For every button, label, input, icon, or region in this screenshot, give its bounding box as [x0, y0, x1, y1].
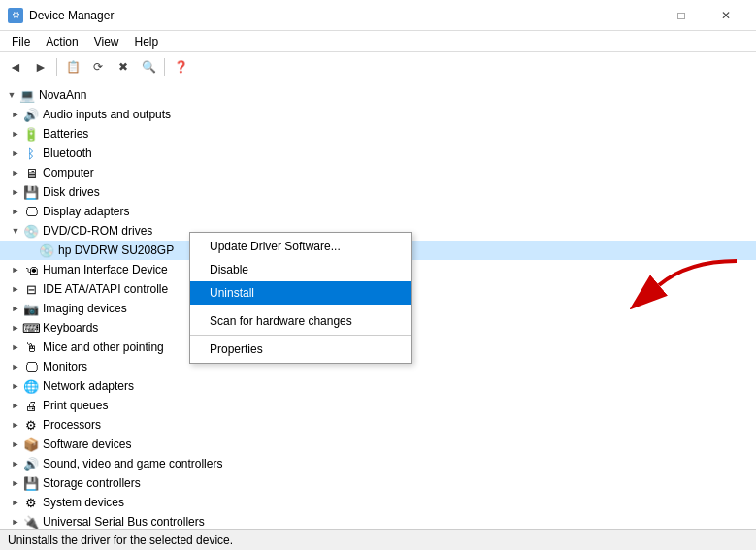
- expand-hid[interactable]: ►: [8, 262, 23, 277]
- toolbar-forward[interactable]: ►: [29, 56, 52, 78]
- expand-storage[interactable]: ►: [8, 475, 23, 491]
- menu-view[interactable]: View: [86, 33, 127, 50]
- expand-usb[interactable]: ►: [8, 514, 23, 529]
- label-computer: Computer: [43, 166, 94, 179]
- label-audio: Audio inputs and outputs: [43, 108, 171, 121]
- tree-batteries[interactable]: ► 🔋 Batteries: [0, 124, 756, 144]
- tree-software[interactable]: ► 📦 Software devices: [0, 435, 756, 454]
- menu-help[interactable]: Help: [127, 33, 167, 50]
- expand-processors[interactable]: ►: [8, 417, 23, 433]
- close-button[interactable]: ✕: [704, 0, 748, 31]
- label-display: Display adapters: [43, 205, 129, 218]
- minimize-button[interactable]: —: [614, 0, 659, 31]
- status-bar: Uninstalls the driver for the selected d…: [0, 529, 756, 550]
- icon-monitors: 🖵: [23, 359, 39, 374]
- expand-network[interactable]: ►: [8, 378, 23, 394]
- toolbar-sep-2: [164, 58, 165, 76]
- expand-hpdvdrw: [23, 243, 39, 258]
- tree-bluetooth[interactable]: ► ᛒ Bluetooth: [0, 144, 756, 163]
- toolbar-scan[interactable]: 🔍: [137, 56, 160, 78]
- toolbar-back[interactable]: ◄: [4, 56, 27, 78]
- tree-computer[interactable]: ► 🖥 Computer: [0, 163, 756, 182]
- expand-diskdrives[interactable]: ►: [8, 184, 23, 200]
- ctx-uninstall[interactable]: Uninstall: [190, 281, 411, 305]
- label-batteries: Batteries: [43, 127, 88, 141]
- menu-bar: File Action View Help: [0, 31, 756, 52]
- title-bar-left: ⚙ Device Manager: [8, 8, 114, 23]
- toolbar-uninstall[interactable]: ✖: [112, 56, 135, 78]
- tree-display[interactable]: ► 🖵 Display adapters: [0, 202, 756, 221]
- expand-monitors[interactable]: ►: [8, 359, 23, 374]
- tree-storage[interactable]: ► 💾 Storage controllers: [0, 473, 756, 493]
- expand-imaging[interactable]: ►: [8, 301, 23, 316]
- label-mice: Mice and other pointing: [43, 340, 164, 354]
- toolbar-update[interactable]: ⟳: [86, 56, 110, 78]
- ctx-update-driver[interactable]: Update Driver Software...: [190, 235, 411, 258]
- icon-ideata: ⊟: [23, 281, 39, 297]
- tree-diskdrives[interactable]: ► 💾 Disk drives: [0, 182, 756, 202]
- expand-dvdcdrom[interactable]: ▼: [8, 223, 23, 239]
- maximize-button[interactable]: □: [659, 0, 704, 31]
- label-novaann: NovaAnn: [39, 88, 86, 102]
- icon-network: 🌐: [23, 378, 39, 394]
- expand-software[interactable]: ►: [8, 437, 23, 452]
- icon-imaging: 📷: [23, 301, 39, 316]
- icon-diskdrives: 💾: [23, 184, 39, 200]
- icon-sound: 🔊: [23, 456, 39, 471]
- label-dvdcdrom: DVD/CD-ROM drives: [43, 224, 152, 238]
- expand-novaann[interactable]: ▼: [4, 87, 19, 103]
- tree-novaann[interactable]: ▼ 💻 NovaAnn: [0, 85, 756, 105]
- label-hpdvdrw: hp DVDRW SU208GP: [58, 243, 174, 257]
- label-system: System devices: [43, 496, 124, 509]
- title-bar: ⚙ Device Manager — □ ✕: [0, 0, 756, 31]
- label-keyboards: Keyboards: [43, 321, 98, 335]
- toolbar-sep-1: [56, 58, 57, 76]
- expand-sound[interactable]: ►: [8, 456, 23, 471]
- expand-audio[interactable]: ►: [8, 107, 23, 122]
- icon-system: ⚙: [23, 495, 39, 510]
- expand-ideata[interactable]: ►: [8, 281, 23, 297]
- tree-network[interactable]: ► 🌐 Network adapters: [0, 376, 756, 396]
- ctx-properties[interactable]: Properties: [190, 338, 411, 361]
- icon-software: 📦: [23, 437, 39, 452]
- icon-hid: 🖲: [23, 262, 39, 277]
- expand-display[interactable]: ►: [8, 204, 23, 219]
- context-menu: Update Driver Software... Disable Uninst…: [189, 232, 412, 364]
- icon-bluetooth: ᛒ: [23, 146, 39, 161]
- tree-audio[interactable]: ► 🔊 Audio inputs and outputs: [0, 105, 756, 124]
- expand-mice[interactable]: ►: [8, 340, 23, 355]
- toolbar-help[interactable]: ❓: [169, 56, 192, 78]
- label-imaging: Imaging devices: [43, 302, 127, 315]
- label-processors: Processors: [43, 418, 101, 432]
- tree-system[interactable]: ► ⚙ System devices: [0, 493, 756, 512]
- ctx-disable[interactable]: Disable: [190, 258, 411, 281]
- title-bar-controls: — □ ✕: [614, 0, 748, 31]
- status-text: Uninstalls the driver for the selected d…: [8, 534, 233, 547]
- label-printqueues: Print queues: [43, 399, 108, 412]
- expand-computer[interactable]: ►: [8, 165, 23, 180]
- ctx-sep-2: [190, 335, 411, 336]
- expand-batteries[interactable]: ►: [8, 126, 23, 142]
- toolbar-properties[interactable]: 📋: [61, 56, 84, 78]
- label-usb: Universal Serial Bus controllers: [43, 515, 205, 529]
- ctx-sep: [190, 307, 411, 307]
- main-area: ▼ 💻 NovaAnn ► 🔊 Audio inputs and outputs…: [0, 81, 756, 529]
- label-sound: Sound, video and game controllers: [43, 457, 222, 470]
- expand-printqueues[interactable]: ►: [8, 398, 23, 413]
- expand-bluetooth[interactable]: ►: [8, 146, 23, 161]
- label-ideata: IDE ATA/ATAPI controlle: [43, 282, 168, 296]
- label-bluetooth: Bluetooth: [43, 146, 92, 160]
- icon-novaann: 💻: [19, 87, 35, 103]
- icon-audio: 🔊: [23, 107, 39, 122]
- tree-sound[interactable]: ► 🔊 Sound, video and game controllers: [0, 454, 756, 473]
- label-hid: Human Interface Device: [43, 263, 168, 276]
- ctx-scan[interactable]: Scan for hardware changes: [190, 309, 411, 333]
- expand-system[interactable]: ►: [8, 495, 23, 510]
- label-monitors: Monitors: [43, 360, 87, 373]
- tree-printqueues[interactable]: ► 🖨 Print queues: [0, 396, 756, 415]
- tree-processors[interactable]: ► ⚙ Processors: [0, 415, 756, 435]
- menu-file[interactable]: File: [4, 33, 38, 50]
- tree-usb[interactable]: ► 🔌 Universal Serial Bus controllers: [0, 512, 756, 529]
- toolbar: ◄ ► 📋 ⟳ ✖ 🔍 ❓: [0, 52, 756, 81]
- menu-action[interactable]: Action: [38, 33, 85, 50]
